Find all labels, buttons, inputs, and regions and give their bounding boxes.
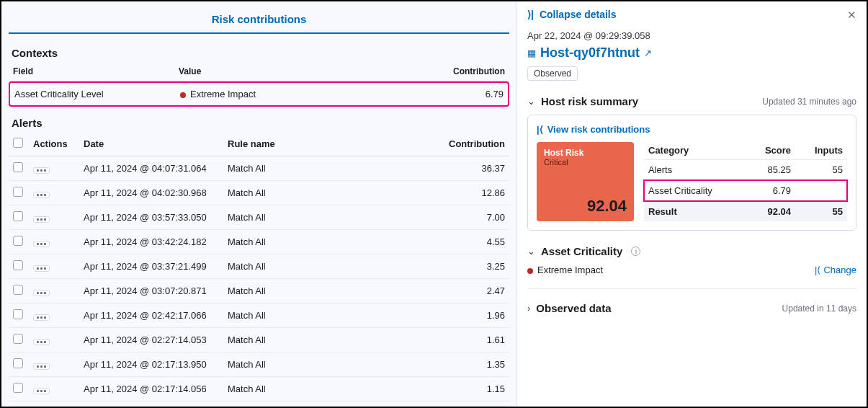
select-all-checkbox[interactable]: [13, 138, 23, 148]
alert-rule: Match All: [223, 328, 356, 352]
alert-date: Apr 11, 2024 @ 03:57:33.050: [79, 205, 223, 230]
back-icon: |⟨: [537, 124, 543, 135]
risk-tile-score: 92.04: [587, 197, 627, 216]
risk-summary-card: |⟨ View risk contributions Host Risk Cri…: [527, 115, 856, 231]
help-icon[interactable]: i: [631, 247, 640, 256]
row-actions-button[interactable]: [33, 265, 50, 272]
criticality-value: Extreme Impact: [527, 265, 603, 275]
view-risk-contributions-link[interactable]: |⟨ View risk contributions: [537, 124, 847, 135]
context-row-highlight: Asset Criticality Level Extreme Impact 6…: [9, 81, 509, 107]
host-risk-summary-title: Host risk summary: [541, 95, 638, 107]
observed-data-title: Observed data: [536, 302, 611, 314]
table-row: Apr 11, 2024 @ 02:17:14.056Match All1.15: [9, 377, 509, 402]
chevron-down-icon[interactable]: ⌄: [527, 246, 535, 257]
row-checkbox[interactable]: [13, 334, 23, 344]
alert-date: Apr 11, 2024 @ 02:17:14.056: [79, 377, 223, 402]
contexts-heading: Contexts: [12, 47, 509, 59]
risk-tile-title: Host Risk: [544, 148, 627, 158]
row-actions-button[interactable]: [33, 192, 50, 198]
alert-rule: Match All: [223, 352, 356, 377]
criticality-dot-icon: [180, 92, 186, 98]
row-checkbox[interactable]: [13, 383, 23, 393]
alert-date: Apr 11, 2024 @ 03:37:21.499: [79, 254, 223, 279]
row-actions-button[interactable]: [33, 388, 50, 394]
col-score: Score: [746, 142, 795, 159]
context-contribution: 6.79: [428, 83, 508, 105]
row-checkbox[interactable]: [13, 162, 23, 172]
table-row: Apr 11, 2024 @ 02:27:14.053Match All1.61: [9, 328, 509, 352]
row-actions-button[interactable]: [33, 167, 50, 174]
alert-contribution: 12.86: [356, 181, 509, 205]
external-link-icon[interactable]: ↗: [644, 48, 652, 58]
alert-rule: Match All: [223, 377, 356, 402]
alert-rule: Match All: [223, 181, 356, 205]
table-row-result: Result 92.04 55: [644, 201, 847, 221]
table-row: Apr 11, 2024 @ 04:02:30.968Match All12.8…: [9, 181, 509, 205]
row-checkbox[interactable]: [13, 358, 23, 368]
alert-date: Apr 11, 2024 @ 03:42:24.182: [79, 230, 223, 254]
observed-badge: Observed: [527, 66, 578, 81]
table-row: Apr 11, 2024 @ 03:57:33.050Match All7.00: [9, 205, 509, 230]
row-actions-button[interactable]: [33, 241, 50, 247]
row-checkbox[interactable]: [13, 187, 23, 197]
row-checkbox[interactable]: [13, 260, 23, 270]
risk-breakdown-table: Category Score Inputs Alerts 85.25 55 As…: [644, 142, 847, 221]
table-row: Apr 11, 2024 @ 02:42:17.066Match All1.96: [9, 303, 509, 328]
observed-updated-text: Updated in 11 days: [782, 303, 856, 314]
alert-contribution: 1.35: [356, 352, 509, 377]
col-contribution: Contribution: [288, 62, 509, 81]
alert-contribution: 3.25: [356, 254, 509, 279]
table-row: Apr 11, 2024 @ 03:42:24.182Match All4.55: [9, 230, 509, 254]
alert-contribution: 1.96: [356, 303, 509, 328]
context-value: Extreme Impact: [176, 83, 428, 105]
row-actions-button[interactable]: [33, 363, 50, 370]
host-icon: ▦: [527, 48, 536, 58]
row-actions-button[interactable]: [33, 216, 50, 223]
row-actions-button[interactable]: [33, 290, 50, 296]
alert-rule: Match All: [223, 254, 356, 279]
host-risk-tile: Host Risk Critical 92.04: [537, 142, 634, 221]
alert-contribution: 4.55: [356, 230, 509, 254]
host-name-link[interactable]: Host-qy0f7htnut: [540, 45, 640, 61]
table-row: Apr 11, 2024 @ 02:17:13.950Match All1.35: [9, 352, 509, 377]
close-icon[interactable]: ✕: [847, 9, 856, 22]
alert-contribution: 1.61: [356, 328, 509, 352]
alert-date: Apr 11, 2024 @ 04:02:30.968: [79, 181, 223, 205]
alert-rule: Match All: [223, 279, 356, 303]
alert-contribution: 36.37: [356, 156, 509, 181]
table-row-highlight: Asset Criticality 6.79: [644, 180, 847, 201]
alert-contribution: 1.15: [356, 377, 509, 402]
col-contribution: Contribution: [356, 132, 509, 156]
criticality-dot-icon: [527, 268, 533, 274]
row-checkbox[interactable]: [13, 236, 23, 246]
chevron-right-icon[interactable]: ›: [527, 303, 530, 314]
alert-contribution: 2.47: [356, 279, 509, 303]
divider: [527, 288, 856, 289]
summary-updated-text: Updated 31 minutes ago: [762, 97, 856, 107]
contexts-table: Field Value Contribution: [9, 62, 509, 81]
change-criticality-button[interactable]: |⟨ Change: [815, 265, 856, 275]
col-date: Date: [79, 132, 223, 156]
more-alerts-callout: i 45 more alerts contributed 12.68 to th…: [9, 406, 509, 407]
table-row: Apr 11, 2024 @ 03:37:21.499Match All3.25: [9, 254, 509, 279]
alerts-heading: Alerts: [12, 117, 509, 129]
col-value: Value: [174, 62, 288, 81]
alert-date: Apr 11, 2024 @ 04:07:31.064: [79, 156, 223, 181]
table-row: Apr 11, 2024 @ 03:07:20.871Match All2.47: [9, 279, 509, 303]
risk-contributions-pane: Risk contributions Contexts Field Value …: [1, 1, 516, 407]
details-pane: ⟩| Collapse details ✕ Apr 22, 2024 @ 09:…: [516, 1, 867, 407]
chevron-down-icon[interactable]: ⌄: [527, 96, 535, 107]
col-rule-name: Rule name: [223, 132, 356, 156]
row-checkbox[interactable]: [13, 211, 23, 221]
table-row: Apr 11, 2024 @ 04:07:31.064Match All36.3…: [9, 156, 509, 181]
row-checkbox[interactable]: [13, 309, 23, 319]
collapse-icon: ⟩|: [527, 9, 534, 20]
alert-date: Apr 11, 2024 @ 03:07:20.871: [79, 279, 223, 303]
context-field: Asset Criticality Level: [10, 83, 176, 105]
row-actions-button[interactable]: [33, 339, 50, 345]
tab-risk-contributions[interactable]: Risk contributions: [9, 7, 509, 34]
alert-date: Apr 11, 2024 @ 02:42:17.066: [79, 303, 223, 328]
row-actions-button[interactable]: [33, 314, 50, 321]
collapse-details-button[interactable]: ⟩| Collapse details: [527, 7, 856, 27]
row-checkbox[interactable]: [13, 285, 23, 295]
